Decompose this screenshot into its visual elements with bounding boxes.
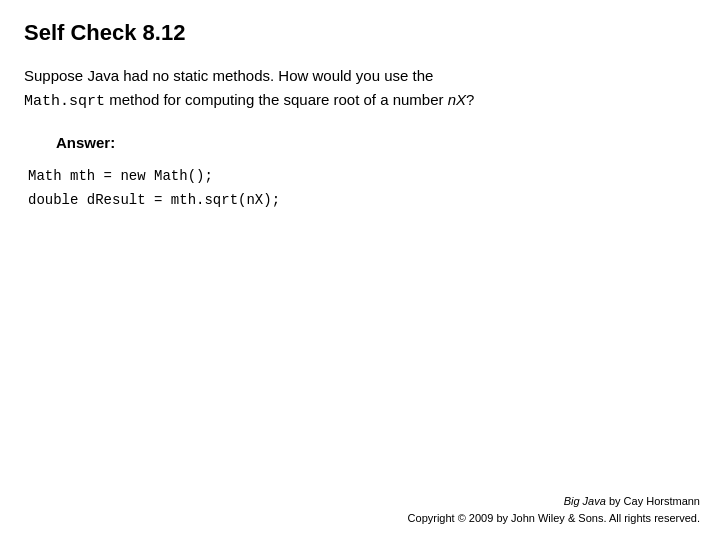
answer-label: Answer:	[56, 134, 696, 151]
code-line-2: double dResult = mth.sqrt(nX);	[28, 189, 696, 213]
footer-line2: Copyright © 2009 by John Wiley & Sons. A…	[408, 510, 700, 527]
code-block: Math mth = new Math(); double dResult = …	[28, 165, 696, 213]
page-container: Self Check 8.12 Suppose Java had no stat…	[0, 0, 720, 540]
footer-author: by Cay Horstmann	[606, 495, 700, 507]
page-title: Self Check 8.12	[24, 20, 696, 46]
footer: Big Java by Cay Horstmann Copyright © 20…	[408, 493, 700, 526]
inline-code-math-sqrt: Math.sqrt	[24, 93, 105, 110]
intro-part2: method for computing the square root of …	[109, 91, 448, 108]
variable-nx: nX	[448, 91, 466, 108]
intro-end: ?	[466, 91, 474, 108]
intro-paragraph: Suppose Java had no static methods. How …	[24, 64, 696, 114]
code-line-1: Math mth = new Math();	[28, 165, 696, 189]
intro-part1: Suppose Java had no static methods. How …	[24, 67, 433, 84]
footer-line1: Big Java by Cay Horstmann	[408, 493, 700, 510]
footer-book-title: Big Java	[564, 495, 606, 507]
